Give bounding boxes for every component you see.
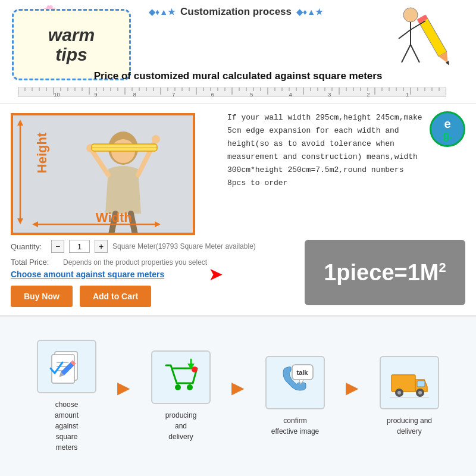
deco-right: ◆♦▲★ bbox=[296, 7, 323, 17]
process-step-4-label: producing anddelivery bbox=[387, 415, 432, 437]
process-icon-box-2 bbox=[151, 350, 211, 404]
quantity-input[interactable] bbox=[69, 240, 90, 253]
checklist-icon bbox=[46, 346, 87, 387]
cart-icon bbox=[160, 356, 202, 398]
svg-line-8 bbox=[402, 45, 411, 62]
process-icon-box-1 bbox=[37, 340, 96, 393]
total-price-label: Total Price: bbox=[11, 258, 58, 267]
svg-marker-95 bbox=[17, 218, 23, 224]
process-arrow-2: ▶ bbox=[231, 378, 245, 397]
svg-marker-97 bbox=[32, 221, 38, 227]
action-buttons: Buy Now Add to Cart bbox=[11, 286, 151, 307]
quantity-unit: Square Meter(19793 Square Meter availabl… bbox=[112, 242, 256, 250]
quantity-row: Quantity: − + Square Meter(19793 Square … bbox=[11, 240, 278, 253]
svg-text:talk: talk bbox=[297, 369, 309, 376]
svg-point-120 bbox=[418, 391, 422, 394]
customization-title: ◆♦▲★ Customization process ◆♦▲★ bbox=[149, 6, 323, 18]
svg-text:7: 7 bbox=[172, 92, 175, 97]
width-arrow-svg bbox=[31, 219, 162, 230]
svg-marker-98 bbox=[155, 221, 161, 227]
process-step-3-label: confirmeffective image bbox=[271, 415, 320, 437]
quantity-label: Quantity: bbox=[11, 242, 46, 251]
ruler-svg: 10987654321 bbox=[18, 87, 446, 97]
process-step-4: producing anddelivery bbox=[359, 347, 460, 446]
svg-text:8: 8 bbox=[133, 92, 136, 97]
process-step-2: producinganddelivery bbox=[130, 342, 231, 451]
svg-marker-94 bbox=[17, 120, 23, 126]
wall-scene: Height Width bbox=[13, 115, 193, 233]
process-arrow-1: ▶ bbox=[117, 378, 130, 397]
svg-text:1: 1 bbox=[406, 92, 409, 97]
warm-text: warm bbox=[48, 25, 95, 45]
svg-rect-116 bbox=[417, 381, 425, 387]
process-step-1: chooseamountagainstsquaremeters bbox=[16, 331, 117, 462]
svg-point-4 bbox=[403, 8, 418, 22]
eg-badge: e g. bbox=[430, 111, 465, 147]
bottom-section: chooseamountagainstsquaremeters ▶ produc… bbox=[0, 315, 476, 476]
example-text: If your wall width 295cm,height 245cm,ma… bbox=[227, 111, 465, 190]
ruler: 10987654321 bbox=[18, 87, 446, 97]
warm-tips-box: warm tips bbox=[12, 9, 131, 80]
tips-text: tips bbox=[55, 45, 87, 64]
svg-line-7 bbox=[399, 30, 411, 39]
svg-text:10: 10 bbox=[54, 92, 60, 97]
process-step-2-label: producinganddelivery bbox=[165, 410, 197, 442]
add-to-cart-button[interactable]: Add to Cart bbox=[80, 286, 151, 307]
svg-line-9 bbox=[411, 45, 419, 62]
chat-icon: talk bbox=[274, 362, 316, 403]
svg-text:5: 5 bbox=[250, 92, 253, 97]
svg-rect-115 bbox=[392, 375, 415, 392]
svg-text:6: 6 bbox=[211, 92, 214, 97]
svg-point-118 bbox=[397, 391, 401, 394]
stick-figure-svg bbox=[393, 0, 464, 77]
height-label: Height bbox=[35, 133, 50, 173]
process-step-3: talk confirmeffective image bbox=[245, 347, 346, 446]
price-title: Price of customized mural calculated aga… bbox=[0, 70, 476, 82]
top-section: 🌸 warm tips ◆♦▲★ Customization process ◆… bbox=[0, 0, 476, 104]
svg-point-88 bbox=[152, 135, 160, 143]
red-arrow: ➤ bbox=[208, 264, 223, 284]
svg-text:2: 2 bbox=[367, 92, 370, 97]
truck-icon bbox=[389, 362, 430, 403]
middle-section: Height Width e g. If your wall width 295… bbox=[0, 104, 476, 312]
svg-point-111 bbox=[192, 367, 198, 372]
process-arrow-3: ▶ bbox=[346, 378, 359, 397]
process-icon-box-4 bbox=[380, 356, 439, 409]
svg-text:4: 4 bbox=[289, 92, 292, 97]
customization-label: Customization process bbox=[180, 6, 292, 18]
deco-left: ◆♦▲★ bbox=[149, 7, 176, 17]
svg-text:9: 9 bbox=[94, 92, 97, 97]
choose-amount-text: Choose amount against square meters bbox=[11, 270, 164, 279]
buy-now-button[interactable]: Buy Now bbox=[11, 286, 73, 307]
piece-badge: 1piece=1M2 bbox=[305, 240, 465, 305]
example-box: e g. If your wall width 295cm,height 245… bbox=[227, 111, 465, 230]
svg-rect-100 bbox=[52, 355, 74, 383]
height-arrow-svg bbox=[14, 118, 26, 226]
total-price-value: Depends on the product properties you se… bbox=[63, 258, 207, 267]
process-step-1-label: chooseamountagainstsquaremeters bbox=[55, 399, 79, 453]
svg-point-108 bbox=[187, 384, 193, 390]
quantity-increase-button[interactable]: + bbox=[95, 240, 108, 253]
quantity-decrease-button[interactable]: − bbox=[51, 240, 64, 253]
stick-figure bbox=[393, 0, 464, 77]
piece-badge-text: 1piece=1M2 bbox=[324, 260, 446, 286]
process-icon-box-3: talk bbox=[265, 356, 325, 409]
svg-text:3: 3 bbox=[328, 92, 331, 97]
total-price-row: Total Price: Depends on the product prop… bbox=[11, 258, 278, 267]
svg-point-107 bbox=[175, 384, 181, 390]
product-image-box: Height Width bbox=[11, 113, 195, 235]
